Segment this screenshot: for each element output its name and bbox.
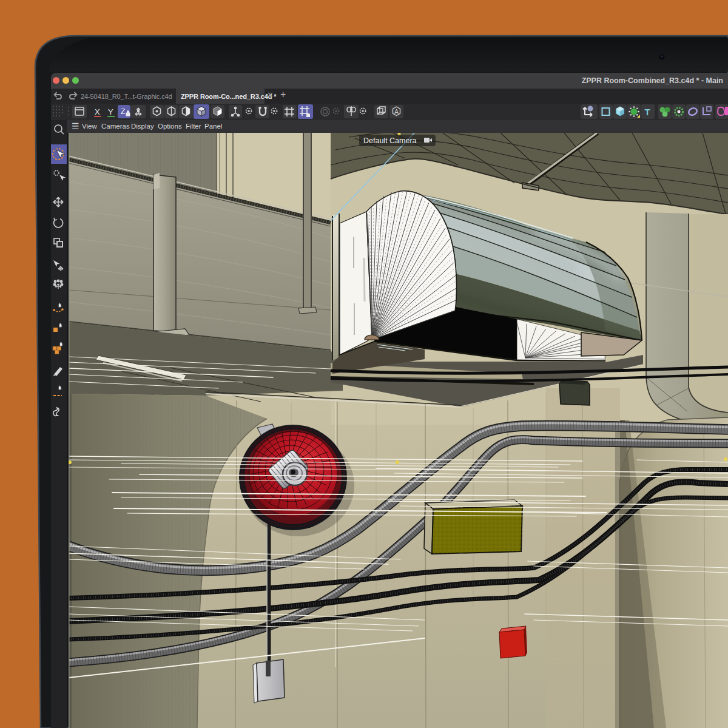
svg-text:X: X [95, 107, 100, 116]
svg-text:Z: Z [121, 107, 125, 116]
svg-text:Default Camera: Default Camera [363, 136, 417, 145]
svg-text:A: A [394, 108, 399, 115]
svg-text:T: T [645, 107, 650, 117]
svg-text:Y: Y [108, 107, 113, 116]
